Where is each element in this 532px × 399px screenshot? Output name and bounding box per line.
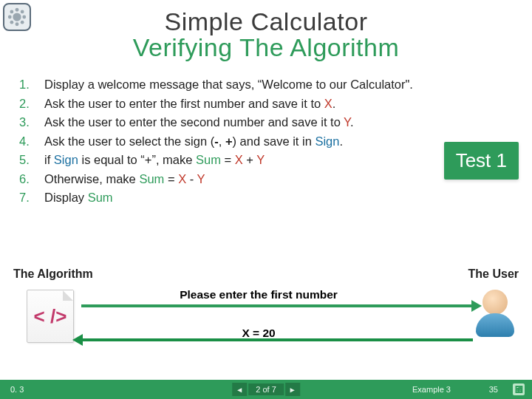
exit-button[interactable]: ⶿ [513, 383, 525, 395]
prev-step-button[interactable]: ◄ [232, 383, 247, 396]
step-text: Ask the user to enter the first number a… [44, 95, 335, 114]
footer-example: Example 3 [412, 385, 451, 394]
arrow-to-algorithm-icon [81, 338, 473, 341]
step-number: 6. [19, 170, 44, 189]
svg-point-4 [22, 16, 26, 19]
slide-title: Simple Calculator [0, 7, 532, 36]
svg-point-2 [16, 22, 19, 26]
svg-point-7 [10, 21, 13, 24]
algorithm-step: 2.Ask the user to enter the first number… [19, 95, 517, 114]
svg-point-8 [21, 21, 24, 24]
step-number: 2. [19, 95, 44, 114]
svg-point-3 [8, 16, 12, 19]
label-user: The User [468, 267, 519, 281]
footer-version: 0. 3 [0, 385, 24, 394]
step-indicator: 2 of 7 [248, 383, 284, 395]
algorithm-step: 1.Display a welcome message that says, “… [19, 75, 517, 95]
step-text: Otherwise, make Sum = X - Y [44, 170, 205, 189]
step-number: 5. [19, 151, 44, 170]
svg-point-1 [16, 8, 19, 12]
step-text: Ask the user to select the sign (-, +) a… [44, 132, 343, 151]
slide-subtitle: Verifying The Algorithm [0, 33, 532, 62]
algorithm-step: 3.Ask the user to enter the second numbe… [19, 113, 517, 132]
svg-point-5 [10, 10, 13, 13]
arrow-to-user-icon [81, 304, 473, 307]
step-number: 1. [19, 75, 44, 95]
algorithm-step: 4.Ask the user to select the sign (-, +)… [19, 132, 517, 151]
user-avatar-icon [474, 290, 516, 341]
svg-point-0 [13, 13, 21, 21]
svg-point-6 [21, 10, 24, 13]
algorithm-steps: 1.Display a welcome message that says, “… [19, 75, 517, 208]
footer-page-number: 35 [489, 385, 498, 394]
next-step-button[interactable]: ► [285, 383, 300, 396]
step-text: if Sign is equal to “+”, make Sum = X + … [44, 151, 265, 170]
label-algorithm: The Algorithm [13, 267, 93, 281]
step-number: 3. [19, 113, 44, 132]
test-badge: Test 1 [444, 142, 519, 180]
algorithm-step: 6.Otherwise, make Sum = X - Y [19, 170, 517, 189]
step-text: Display Sum [44, 188, 113, 208]
step-number: 4. [19, 132, 44, 151]
footer-bar: 0. 3 ◄ 2 of 7 ► Example 3 35 ⶿ [0, 380, 532, 399]
io-exchange: Please enter the first number X = 20 [37, 285, 480, 343]
step-text: Ask the user to enter the second number … [44, 113, 354, 132]
footer-nav: ◄ 2 of 7 ► [232, 383, 300, 396]
step-text: Display a welcome message that says, “We… [44, 75, 413, 95]
io-prompt: Please enter the first number [37, 288, 480, 301]
algorithm-step: 7.Display Sum [19, 188, 517, 208]
algorithm-step: 5.if Sign is equal to “+”, make Sum = X … [19, 151, 517, 170]
step-number: 7. [19, 188, 44, 208]
app-logo-icon [3, 3, 31, 31]
